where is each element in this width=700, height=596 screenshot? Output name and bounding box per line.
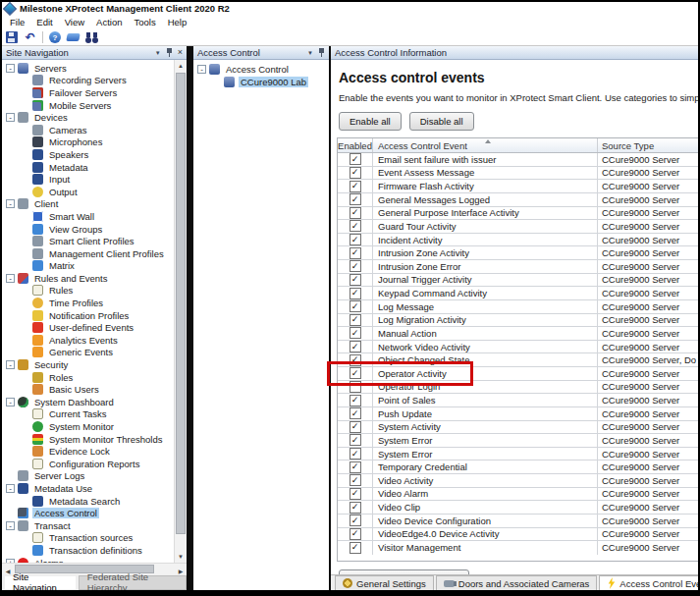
collapse-icon[interactable]: - [6,521,15,530]
checkbox-checked[interactable]: ✓ [350,234,361,245]
checkbox-checked[interactable]: ✓ [350,300,361,312]
column-header-enabled[interactable]: Enabled [338,138,373,152]
panel-splitter[interactable] [187,46,193,590]
tree-item-rules[interactable]: Rules [2,285,174,298]
tree-item-speakers[interactable]: Speakers [2,148,174,161]
tree-item-transaction-definitions[interactable]: Transaction definitions [2,544,174,557]
checkbox-checked[interactable]: ✓ [350,247,361,259]
menu-action[interactable]: Action [90,17,128,27]
collapse-icon[interactable]: - [6,398,15,406]
checkbox-checked[interactable]: ✓ [350,274,361,286]
tree-item-smart-wall[interactable]: Smart Wall [2,210,174,223]
tree-item-transaction-sources[interactable]: Transaction sources [2,532,174,545]
checkbox-checked[interactable]: ✓ [350,461,361,473]
table-row[interactable]: ✓Intrusion Zone ErrorCCure9000 Server [338,260,698,274]
table-row[interactable]: ✓Email sent failure with issuerCCure9000… [338,153,698,167]
checkbox-checked[interactable]: ✓ [350,288,361,299]
tree-item-devices[interactable]: -Devices [2,111,174,124]
table-row[interactable]: ✓Manual ActionCCure9000 Server [338,327,698,341]
checkbox-checked[interactable]: ✓ [350,515,361,526]
checkbox-checked[interactable]: ✓ [350,341,361,352]
tree-item-user-defined-events[interactable]: User-defined Events [2,321,174,334]
chevron-down-icon[interactable]: ▼ [307,50,313,56]
tree-item-matrix[interactable]: Matrix [2,260,174,273]
tab-doors-and-associated-cameras[interactable]: Doors and Associated Cameras [436,575,598,590]
tree-item-notification-profiles[interactable]: Notification Profiles [2,309,174,322]
tree-item-access-control[interactable]: Access Control [2,507,174,519]
tree-item-metadata-search[interactable]: Metadata Search [2,495,174,508]
table-row[interactable]: ✓General Purpose Interface ActivityCCure… [338,207,698,221]
scrollbar-thumb[interactable] [176,73,186,534]
table-row[interactable]: ✓Video ActivityCCure9000 Server [338,474,698,488]
scroll-down-icon[interactable]: ▼ [175,551,187,563]
checkbox-checked[interactable]: ✓ [350,260,361,272]
collapse-icon[interactable]: - [6,199,15,208]
tree-item-server-logs[interactable]: Server Logs [2,470,174,483]
tree-item-smart-client-profiles[interactable]: Smart Client Profiles [2,235,174,247]
table-row[interactable]: ✓Log MessageCCure9000 Server [338,300,698,314]
undo-icon[interactable]: ↶ [24,31,36,43]
checkbox-checked[interactable]: ✓ [350,448,361,460]
table-row[interactable]: ✓General Messages LoggedCCure9000 Server [338,193,698,207]
checkbox-checked[interactable]: ✓ [350,193,361,205]
tree-item-mobile-servers[interactable]: Mobile Servers [2,99,174,112]
table-row[interactable]: ✓Firmware Flash ActivityCCure9000 Server [338,180,698,193]
tab-access-control-events[interactable]: Access Control Events [599,575,698,590]
tree-item-recording-servers[interactable]: Recording Servers [2,75,174,87]
disable-all-button[interactable]: Disable all [409,112,474,131]
help-icon[interactable]: ? [49,31,61,43]
menu-view[interactable]: View [59,17,90,27]
tree-item-evidence-lock[interactable]: Evidence Lock [2,445,174,458]
table-row[interactable]: ✓System ErrorCCure9000 Server [338,448,698,461]
table-row[interactable]: ✓Visitor ManagementCCure9000 Server [338,541,698,555]
table-row[interactable]: ✓Guard Tour ActivityCCure9000 Server [338,220,698,234]
tree-item-client[interactable]: -Client [2,198,174,211]
tree-item-view-groups[interactable]: View Groups [2,223,174,236]
tree-item-servers[interactable]: -Servers [2,62,174,75]
table-row[interactable]: ✓Keypad Command ActivityCCure9000 Server [338,287,698,300]
tree-item-metadata[interactable]: Metadata [2,161,174,174]
tree-item-time-profiles[interactable]: Time Profiles [2,297,174,309]
tree-item-ccure9000-lab[interactable]: CCure9000 Lab [193,76,329,88]
checkbox-checked[interactable]: ✓ [350,474,361,486]
menu-help[interactable]: Help [162,17,193,27]
tab-federated-site-hierarchy[interactable]: Federated Site Hierarchy [79,575,187,590]
tree-item-generic-events[interactable]: Generic Events [2,347,174,359]
checkbox-checked[interactable]: ✓ [350,395,361,406]
enable-all-button[interactable]: Enable all [339,112,402,131]
tree-item-basic-users[interactable]: Basic Users [2,383,174,396]
tree-item-metadata-use[interactable]: -Metadata Use [2,482,174,495]
table-row[interactable]: ✓Video ClipCCure9000 Server [338,501,698,515]
tree-item-roles[interactable]: Roles [2,371,174,384]
collapse-icon[interactable]: - [6,360,15,369]
table-row[interactable]: ✓Video AlarmCCure9000 Server [338,488,698,502]
checkbox-checked[interactable]: ✓ [350,421,361,433]
table-row[interactable]: ✓Journal Trigger ActivityCCure9000 Serve… [338,274,698,288]
table-row[interactable]: ✓Push UpdateCCure9000 Server [338,407,698,421]
chevron-down-icon[interactable]: ▼ [155,50,161,56]
save-icon[interactable] [6,31,18,43]
tree-item-output[interactable]: Output [2,186,174,198]
collapse-icon[interactable]: - [197,65,206,74]
table-row[interactable]: ✓Event Assess MessageCCure9000 Server [338,167,698,181]
scroll-up-icon[interactable]: ▲ [175,60,187,72]
tree-item-configuration-reports[interactable]: Configuration Reports [2,458,174,470]
checkbox-checked[interactable]: ✓ [350,181,361,192]
column-header-source-type[interactable]: Source Type [598,138,698,152]
column-header-access-control-event[interactable]: Access Control Event [373,138,598,152]
tree-item-analytics-events[interactable]: Analytics Events [2,334,174,347]
checkbox-checked[interactable]: ✓ [350,314,361,326]
tree-item-access-control[interactable]: -Access Control [193,63,329,76]
table-row[interactable]: ✓Temporary CredentialCCure9000 Server [338,461,698,474]
table-row[interactable]: ✓Video Device ConfigurationCCure9000 Ser… [338,515,698,528]
collapse-icon[interactable]: - [6,274,15,283]
tree-item-input[interactable]: Input [2,173,174,186]
collapse-icon[interactable]: - [6,64,15,73]
checkbox-checked[interactable]: ✓ [350,153,361,165]
checkbox-checked[interactable]: ✓ [350,542,361,554]
checkbox-checked[interactable]: ✓ [350,488,361,500]
checkbox-checked[interactable]: ✓ [350,502,361,514]
checkbox-checked[interactable]: ✓ [350,220,361,232]
menu-file[interactable]: File [4,17,30,27]
table-row[interactable]: ✓System ErrorCCure9000 Server [338,434,698,448]
